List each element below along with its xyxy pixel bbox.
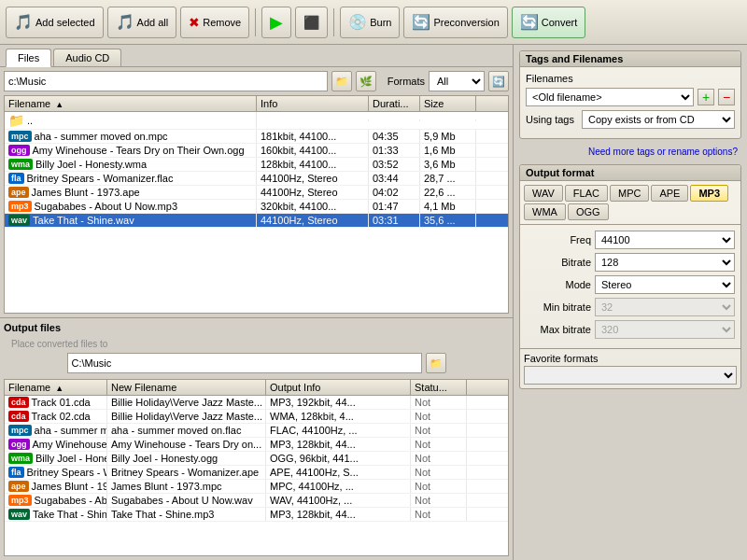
output-row[interactable]: wav Take That - Shine.wav Take That - Sh…	[5, 508, 508, 522]
stop-button[interactable]: ⬛	[295, 7, 328, 38]
right-panel: Tags and Filenames Filenames <Old filena…	[514, 45, 747, 560]
filename-select-row: <Old filename> + −	[526, 88, 735, 106]
file-duration-cell	[369, 119, 420, 121]
tab-audio-cd[interactable]: Audio CD	[53, 49, 121, 66]
need-tags-link[interactable]: Need more tags or rename options?	[519, 145, 741, 159]
output-info-cell: OGG, 96kbit, 441...	[266, 452, 411, 465]
output-folder-icon: 📁	[430, 357, 443, 370]
play-button[interactable]: ▶	[261, 7, 291, 38]
output-row[interactable]: ogg Amy Winehouse - Tears Dry on... Amy …	[5, 438, 508, 452]
output-info-cell: FLAC, 44100Hz, ...	[266, 424, 411, 437]
output-row[interactable]: mpc aha - summer moved on.mpc aha - summ…	[5, 424, 508, 438]
tab-files-label: Files	[18, 52, 39, 63]
format-tab-ogg[interactable]: OGG	[568, 203, 609, 220]
file-row[interactable]: ape James Blunt - 1973.ape 44100Hz, Ster…	[5, 186, 508, 200]
format-tab-flac[interactable]: FLAC	[565, 185, 608, 202]
output-path-bar: 📁	[4, 351, 509, 375]
file-duration-cell: 03:44	[369, 172, 420, 185]
file-info-cell: 44100Hz, Stereo	[257, 186, 369, 199]
file-duration-cell: 03:31	[369, 214, 420, 227]
freq-select[interactable]: 44100	[595, 231, 735, 249]
burn-button[interactable]: 💿 Burn	[340, 7, 400, 38]
format-tab-mpc[interactable]: MPC	[610, 185, 649, 202]
max-bitrate-select[interactable]: 320	[595, 320, 735, 339]
format-tab-wav[interactable]: WAV	[524, 185, 563, 202]
file-info-cell: 320kbit, 44100...	[257, 200, 369, 213]
output-row[interactable]: mp3 Sugababes - About U Now... Sugababes…	[5, 494, 508, 508]
format-tab-wma[interactable]: WMA	[524, 203, 566, 220]
convert-button[interactable]: 🔄 Convert	[512, 7, 586, 38]
output-newname-cell: Britney Spears - Womanizer.ape	[107, 466, 266, 479]
file-info-cell: 181kbit, 44100...	[257, 130, 369, 143]
mode-select[interactable]: Stereo	[595, 275, 735, 294]
using-tags-label: Using tags	[526, 114, 574, 125]
preconversion-button[interactable]: 🔄 Preconversion	[403, 7, 507, 38]
min-bitrate-select[interactable]: 32	[595, 298, 735, 316]
filename-select[interactable]: <Old filename>	[526, 88, 694, 106]
file-row[interactable]: wma Billy Joel - Honesty.wma 128kbit, 44…	[5, 158, 508, 172]
refresh-button[interactable]: 🌿	[356, 71, 376, 91]
output-name-cell: fla Britney Spears - Womanizer...	[5, 466, 107, 479]
formats-select[interactable]: All	[429, 71, 485, 91]
convert-label: Convert	[542, 17, 578, 28]
format-tab-mp3[interactable]: MP3	[690, 185, 728, 202]
convert-icon: 🔄	[520, 13, 539, 31]
burn-icon: 💿	[348, 13, 367, 31]
output-row[interactable]: wma Billy Joel - Honesty.wma Billy Joel …	[5, 452, 508, 466]
filenames-label: Filenames	[526, 73, 573, 84]
tab-audio-cd-label: Audio CD	[65, 52, 109, 63]
ocol-header-newname[interactable]: New Filename	[107, 380, 266, 395]
file-row[interactable]: mp3 Sugababes - About U Now.mp3 320kbit,…	[5, 200, 508, 214]
remove-button[interactable]: ✖ Remove	[180, 7, 249, 38]
format-tab-ape[interactable]: APE	[651, 185, 688, 202]
file-row[interactable]: 📁 ..	[5, 112, 508, 130]
ocol-header-info[interactable]: Output Info	[266, 380, 411, 395]
add-selected-label: Add selected	[35, 17, 95, 28]
col-header-duration[interactable]: Durati...	[369, 96, 420, 111]
remove-label: Remove	[203, 17, 241, 28]
file-row[interactable]: fla Britney Spears - Womanizer.flac 4410…	[5, 172, 508, 186]
file-size-cell	[420, 119, 476, 121]
add-all-button[interactable]: 🎵 Add all	[107, 7, 177, 38]
formats-refresh-button[interactable]: 🔄	[488, 71, 509, 91]
preconversion-label: Preconversion	[433, 17, 499, 28]
output-list-header: Filename ▲ New Filename Output Info Stat…	[5, 380, 508, 396]
output-row[interactable]: cda Track 01.cda Billie Holiday\Verve Ja…	[5, 396, 508, 410]
file-info-cell: 128kbit, 44100...	[257, 158, 369, 171]
output-info-cell: MP3, 192kbit, 44...	[266, 396, 411, 409]
ocol-header-status[interactable]: Statu...	[411, 380, 467, 395]
output-folder-button[interactable]: 📁	[426, 353, 446, 373]
open-folder-button[interactable]: 📁	[331, 71, 352, 91]
filename-add-button[interactable]: +	[698, 89, 714, 105]
output-path-input[interactable]	[67, 353, 422, 373]
add-selected-button[interactable]: 🎵 Add selected	[6, 7, 104, 38]
file-row[interactable]: wav Take That - Shine.wav 44100Hz, Stere…	[5, 214, 508, 228]
using-tags-select[interactable]: Copy exists or from CD	[582, 110, 735, 129]
col-header-info[interactable]: Info	[257, 96, 369, 111]
tab-files[interactable]: Files	[6, 49, 51, 67]
file-size-cell: 35,6 ...	[420, 214, 476, 227]
output-row[interactable]: fla Britney Spears - Womanizer... Britne…	[5, 466, 508, 480]
file-rows: 📁 .. mpc aha - summer moved on.mpc 181kb…	[5, 112, 508, 228]
min-bitrate-row: Min bitrate 32	[526, 298, 735, 316]
bitrate-select[interactable]: 128	[595, 253, 735, 272]
output-status-cell: Not	[411, 396, 467, 409]
file-size-cell: 4,1 Mb	[420, 200, 476, 213]
file-row[interactable]: mpc aha - summer moved on.mpc 181kbit, 4…	[5, 130, 508, 144]
file-row[interactable]: ogg Amy Winehouse - Tears Dry on Their O…	[5, 144, 508, 158]
file-name-cell: 📁 ..	[5, 112, 257, 129]
output-status-cell: Not	[411, 466, 467, 479]
output-row[interactable]: ape James Blunt - 1973.ape James Blunt -…	[5, 480, 508, 494]
file-info-cell: 44100Hz, Stereo	[257, 172, 369, 185]
filename-remove-button[interactable]: −	[718, 89, 735, 105]
col-header-size[interactable]: Size	[420, 96, 476, 111]
output-row[interactable]: cda Track 02.cda Billie Holiday\Verve Ja…	[5, 410, 508, 424]
ocol-header-filename[interactable]: Filename ▲	[5, 380, 107, 395]
output-status-cell: Not	[411, 410, 467, 423]
favorite-formats-select[interactable]	[524, 366, 737, 385]
filenames-row: Filenames	[526, 73, 735, 84]
output-newname-cell: aha - summer moved on.flac	[107, 424, 266, 437]
col-header-filename[interactable]: Filename ▲	[5, 96, 257, 111]
output-newname-cell: Billie Holiday\Verve Jazz Maste...	[107, 396, 266, 409]
output-newname-cell: James Blunt - 1973.mpc	[107, 480, 266, 493]
